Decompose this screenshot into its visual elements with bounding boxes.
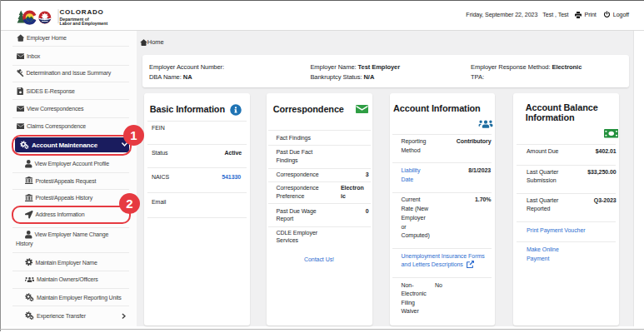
svg-text:COLORADO: COLORADO [60, 8, 104, 16]
svg-text:Labor and Employment: Labor and Employment [60, 21, 108, 26]
